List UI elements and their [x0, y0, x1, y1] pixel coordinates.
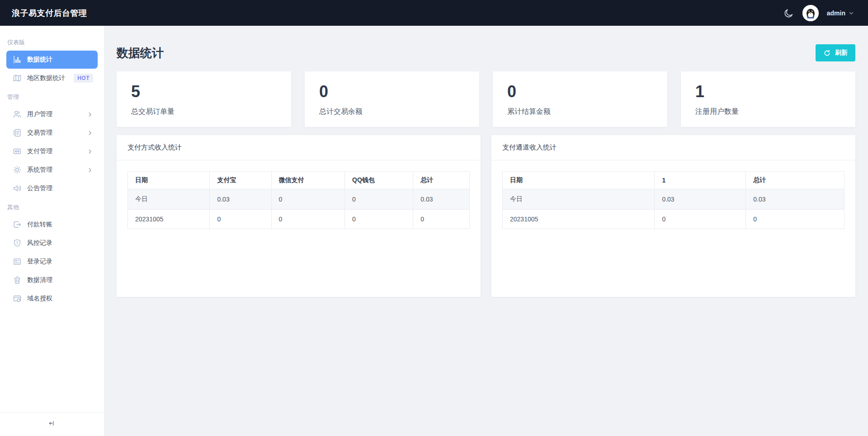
- sidebar-item-document[interactable]: 交易管理: [6, 124, 98, 142]
- sidebar-item-transfer[interactable]: 支付管理: [6, 142, 98, 160]
- income-table-card: 支付方式收入统计日期支付宝微信支付QQ钱包总计今日0.03000.0320231…: [117, 135, 481, 297]
- table-cell: 今日: [128, 189, 210, 210]
- stat-card: 1注册用户数量: [681, 71, 855, 127]
- main-content: 数据统计 刷新 5总交易订单量0总计交易余额0累计结算金额1注册用户数量 支付方…: [104, 26, 868, 436]
- app-header: 浪子易支付后台管理 admin: [0, 0, 868, 26]
- income-table-card: 支付通道收入统计日期1总计今日0.030.032023100500: [491, 135, 855, 297]
- table-cell: 0: [210, 210, 271, 229]
- collapse-left-icon: [48, 420, 56, 429]
- table-cell: 0: [746, 210, 844, 229]
- stat-value: 1: [695, 83, 841, 101]
- user-avatar[interactable]: [802, 5, 819, 21]
- stat-label: 注册用户数量: [695, 107, 841, 117]
- stat-card: 5总交易订单量: [117, 71, 291, 127]
- header-right: admin: [783, 5, 854, 21]
- table-header-cell: 日期: [128, 172, 210, 189]
- stat-label: 累计结算金额: [507, 107, 653, 117]
- table-header-cell: 1: [655, 172, 746, 189]
- sidebar-item-announcement[interactable]: 公告管理: [6, 179, 98, 197]
- payout-icon: [13, 220, 22, 229]
- refresh-icon: [823, 49, 831, 57]
- sidebar-section-label: 管理: [0, 88, 104, 105]
- user-menu[interactable]: admin: [827, 9, 854, 17]
- stat-value: 5: [131, 83, 277, 101]
- chevron-right-icon: [87, 167, 93, 173]
- trash-icon: [13, 276, 22, 285]
- table-cell: 0.03: [413, 189, 470, 210]
- sidebar-item-login-log[interactable]: 登录记录: [6, 253, 98, 271]
- username: admin: [827, 9, 845, 17]
- chevron-right-icon: [87, 112, 93, 117]
- table-cell: 0: [655, 210, 746, 229]
- sidebar: 仪表版数据统计地区数据统计HOT管理用户管理交易管理支付管理系统管理公告管理其他…: [0, 26, 104, 436]
- sidebar-menu: 仪表版数据统计地区数据统计HOT管理用户管理交易管理支付管理系统管理公告管理其他…: [0, 26, 104, 412]
- sidebar-item-shield-alert[interactable]: 风控记录: [6, 234, 98, 252]
- shield-alert-icon: [13, 239, 22, 248]
- stat-cards: 5总交易订单量0总计交易余额0累计结算金额1注册用户数量: [117, 71, 855, 127]
- sidebar-item-label: 付款转账: [27, 220, 93, 229]
- sidebar-item-label: 支付管理: [27, 147, 87, 155]
- table-header-cell: 总计: [413, 172, 470, 189]
- sidebar-item-label: 登录记录: [27, 258, 93, 266]
- table-header-row: 日期支付宝微信支付QQ钱包总计: [128, 172, 470, 189]
- sidebar-item-bar-chart[interactable]: 数据统计: [6, 51, 98, 69]
- sidebar-item-label: 风控记录: [27, 239, 93, 247]
- sidebar-item-label: 数据清理: [27, 276, 93, 284]
- table-cell: 0: [413, 210, 470, 229]
- sidebar-item-label: 数据统计: [27, 56, 93, 64]
- table-card-body: 日期1总计今日0.030.032023100500: [491, 160, 855, 240]
- domain-icon: [13, 294, 22, 303]
- stat-label: 总交易订单量: [131, 107, 277, 117]
- chevron-right-icon: [87, 149, 93, 155]
- sidebar-section-label: 仪表版: [0, 33, 104, 51]
- chevron-down-icon: [848, 10, 854, 16]
- sidebar-section-label: 其他: [0, 198, 104, 216]
- refresh-label: 刷新: [835, 49, 848, 57]
- sidebar-item-label: 用户管理: [27, 110, 87, 118]
- table-cell: 今日: [503, 189, 655, 210]
- gear-icon: [13, 165, 22, 174]
- table-cell: 20231005: [503, 210, 655, 229]
- sidebar-item-label: 地区数据统计: [27, 74, 74, 82]
- income-tables: 支付方式收入统计日期支付宝微信支付QQ钱包总计今日0.03000.0320231…: [117, 135, 855, 297]
- table-cell: 0.03: [210, 189, 271, 210]
- chevron-right-icon: [87, 130, 93, 136]
- sidebar-collapse-button[interactable]: [0, 412, 104, 436]
- page-head: 数据统计 刷新: [117, 44, 855, 61]
- table-header-row: 日期1总计: [503, 172, 844, 189]
- sidebar-item-trash[interactable]: 数据清理: [6, 271, 98, 289]
- sidebar-item-map[interactable]: 地区数据统计HOT: [6, 69, 98, 87]
- sidebar-item-label: 公告管理: [27, 184, 93, 192]
- transfer-icon: [13, 147, 22, 156]
- sidebar-item-label: 域名授权: [27, 295, 93, 303]
- table-row: 202310050000: [128, 210, 470, 229]
- sidebar-item-gear[interactable]: 系统管理: [6, 161, 98, 179]
- table-card-title: 支付方式收入统计: [117, 135, 481, 160]
- page-title: 数据统计: [117, 45, 164, 61]
- table-header-cell: 微信支付: [271, 172, 345, 189]
- sidebar-item-payout[interactable]: 付款转账: [6, 216, 98, 234]
- sidebar-item-label: 交易管理: [27, 129, 87, 137]
- table-header-cell: 总计: [746, 172, 844, 189]
- table-card-body: 日期支付宝微信支付QQ钱包总计今日0.03000.03202310050000: [117, 160, 481, 240]
- table-cell: 0.03: [655, 189, 746, 210]
- table-row: 今日0.03000.03: [128, 189, 470, 210]
- moon-icon[interactable]: [783, 8, 794, 19]
- refresh-button[interactable]: 刷新: [816, 44, 855, 61]
- sidebar-item-domain[interactable]: 域名授权: [6, 290, 98, 308]
- users-icon: [13, 110, 22, 119]
- income-table: 日期支付宝微信支付QQ钱包总计今日0.03000.03202310050000: [127, 171, 470, 229]
- bar-chart-icon: [13, 55, 22, 64]
- income-table: 日期1总计今日0.030.032023100500: [502, 171, 844, 229]
- table-cell: 0: [271, 210, 345, 229]
- table-card-title: 支付通道收入统计: [491, 135, 855, 160]
- login-log-icon: [13, 257, 22, 266]
- sidebar-item-users[interactable]: 用户管理: [6, 105, 98, 123]
- app-title: 浪子易支付后台管理: [12, 8, 87, 19]
- document-icon: [13, 128, 22, 137]
- table-header-cell: 日期: [503, 172, 655, 189]
- announcement-icon: [13, 184, 22, 193]
- stat-label: 总计交易余额: [319, 107, 465, 117]
- table-cell: 0: [345, 210, 413, 229]
- table-cell: 0: [271, 189, 345, 210]
